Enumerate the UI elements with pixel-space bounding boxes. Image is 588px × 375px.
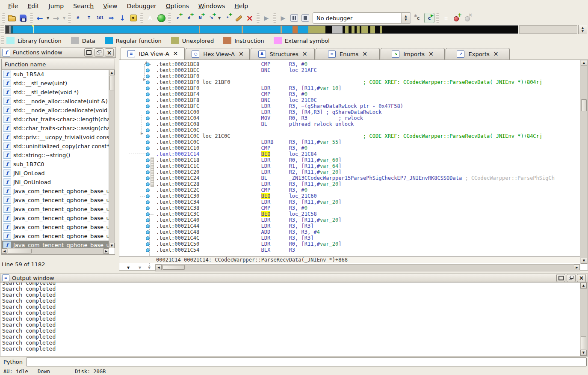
disassembly-vertical-scrollbar[interactable]: ▲ ▼ (580, 60, 588, 264)
menu-item-edit[interactable]: Edit (23, 1, 44, 11)
function-item[interactable]: fstd::string::~string() (2, 151, 109, 160)
output-vertical-scrollbar[interactable]: ▲ ▼ (580, 282, 588, 356)
create-star-icon[interactable]: * (222, 13, 233, 23)
asm-line[interactable]: .text:00021C38CMPR3, #0 (156, 205, 580, 211)
menu-item-search[interactable]: Search (68, 1, 98, 11)
scroll-right-icon[interactable]: ▶ (103, 248, 109, 254)
scroll-left-icon[interactable]: ◀ (156, 265, 162, 270)
asm-line[interactable]: .text:00021C48ADDR3, R3, #4 (156, 229, 580, 235)
functions-window-titlebar[interactable]: f Functions window (0, 47, 116, 58)
create-string-icon[interactable]: 's (206, 13, 216, 23)
toolbar-grip[interactable] (68, 13, 71, 23)
tab-exports[interactable]: ↗Exports✕ (446, 48, 510, 60)
tab-hex-view-a[interactable]: ○Hex View-A✕ (186, 48, 250, 60)
scroll-thumb[interactable] (163, 265, 185, 270)
debug-run-icon[interactable]: ▶ (278, 13, 288, 23)
asm-line[interactable]: .text:00021C10CMPR3, #0 (156, 145, 580, 151)
toolbar-grip[interactable] (436, 13, 439, 23)
float-icon[interactable] (95, 48, 103, 57)
asm-line[interactable]: .text:00021C4CLDRR3, [R3] (156, 235, 580, 241)
flag-a-icon[interactable]: A (145, 13, 155, 23)
toolbar-grip[interactable] (273, 13, 276, 23)
ida-view-a-pane[interactable]: ▼ ▶ ▶ ▼ ▼ ▲ .text:00021BE8CMPR3, #0.text… (119, 60, 588, 271)
navband-strip[interactable] (5, 25, 518, 34)
asm-line[interactable]: .text:00021C40LDRR3, [R11,#var_20] (156, 217, 580, 223)
add-breakpoint-icon[interactable] (452, 13, 462, 23)
save-file-icon[interactable] (18, 13, 28, 23)
toolbar-grip[interactable] (140, 13, 143, 23)
create-code-icon[interactable]: c (173, 13, 183, 23)
scroll-thumb[interactable] (109, 76, 114, 90)
scroll-thumb[interactable] (581, 336, 586, 349)
scroll-up-icon[interactable]: ▲ (580, 283, 587, 289)
edit-item-icon[interactable] (233, 13, 244, 23)
close-icon[interactable]: ✕ (428, 51, 434, 57)
asm-line[interactable]: .text:00021C00LDRR3, [R4,R3] ; gShareDat… (156, 109, 580, 115)
asm-line[interactable]: .text:00021C0C (156, 127, 580, 133)
asm-line[interactable]: .text:00021C54BLXR3 (156, 247, 580, 253)
navband-zoom-spinner[interactable]: ▲▼ (578, 25, 587, 34)
toolbar-grip[interactable] (257, 13, 260, 23)
menu-item-view[interactable]: View (98, 1, 122, 11)
function-item[interactable]: fstd::__node_alloc::allocate(uint &) (2, 97, 109, 106)
jump-forward-icon[interactable]: → (51, 13, 61, 23)
play-icon[interactable]: ▶ (261, 13, 272, 23)
toolbar-grip[interactable] (2, 13, 5, 23)
scroll-left-icon[interactable]: ◀ (2, 248, 7, 254)
menu-item-debugger[interactable]: Debugger (122, 1, 161, 11)
close-icon[interactable]: ✕ (362, 51, 367, 57)
remove-breakpoint-icon[interactable] (463, 13, 473, 23)
asm-line[interactable]: .text:00021C30BEQloc_21C60 (156, 193, 580, 199)
scroll-down-icon[interactable]: ▼ (580, 350, 587, 356)
highlight-lock-icon[interactable] (128, 13, 139, 23)
function-name-column-header[interactable]: Function name (2, 59, 115, 70)
ok-light-icon[interactable] (156, 13, 166, 23)
close-icon[interactable]: ✕ (493, 51, 499, 57)
scroll-up-icon[interactable]: ▲ (109, 70, 115, 75)
asm-line[interactable]: .text:00021BECBNEloc_21AFC (156, 67, 580, 73)
close-icon[interactable] (577, 274, 586, 282)
asm-line[interactable]: .text:00021C34LDRR3, [R11,#var_20] (156, 199, 580, 205)
menu-item-file[interactable]: File (3, 1, 23, 11)
output-log[interactable]: Search completedSearch completedSearch c… (0, 282, 581, 356)
asm-line[interactable]: .text:00021BF8BNEloc_21C0C (156, 97, 580, 103)
function-item[interactable]: fsub_1B7C0 (2, 160, 109, 169)
disassembly-listing[interactable]: .text:00021BE8CMPR3, #0.text:00021BECBNE… (156, 61, 580, 254)
continue-process-icon[interactable]: c (424, 13, 434, 23)
combo-spinner-icon[interactable]: ▲▼ (401, 13, 410, 23)
asm-line[interactable]: .text:00021C44LDRR3, [R3] (156, 223, 580, 229)
asm-line[interactable]: .text:00021C1CLDRR1, [R11,#var_64] (156, 163, 580, 169)
function-item[interactable]: fJava_com_tencent_qphone_base_util_Code (2, 205, 109, 214)
search-number-icon[interactable]: # (73, 13, 83, 23)
legend-grip[interactable] (1, 36, 4, 45)
search-binary-icon[interactable]: 101 (95, 13, 105, 23)
asm-line[interactable]: .text:00021C50LDRR0, [R11,#var_20] (156, 241, 580, 247)
function-item[interactable]: fJava_com_tencent_qphone_base_util_Code (2, 232, 109, 241)
asm-line[interactable]: .text:00021BF0LDRR3, [R11,#var_10] (156, 85, 580, 91)
functions-horizontal-scrollbar[interactable]: ◀ ▶ (2, 248, 109, 254)
asm-line[interactable]: .text:00021BE8CMPR3, #0 (156, 61, 580, 67)
menu-item-windows[interactable]: Windows (194, 1, 230, 11)
tab-imports[interactable]: ↘Imports✕ (381, 48, 445, 60)
search-text-icon[interactable]: T (84, 13, 94, 23)
function-item[interactable]: fJava_com_tencent_qphone_base_util_Code (2, 187, 109, 196)
function-item[interactable]: fJava_com_tencent_qphone_base_util_Code (2, 196, 109, 205)
function-item[interactable]: fstd::__node_alloc::deallocate(void *,ui… (2, 106, 109, 115)
close-icon[interactable]: ✕ (302, 51, 307, 57)
close-icon[interactable] (105, 48, 114, 57)
close-icon[interactable]: ✕ (239, 51, 244, 57)
asm-line[interactable]: .text:00021BF0 loc_21BF0; CODE XREF: CCo… (156, 79, 580, 85)
function-item[interactable]: fJNI_OnLoad (2, 169, 109, 178)
debug-windows-icon[interactable]: ≡ (441, 13, 451, 23)
debug-pause-icon[interactable] (289, 13, 299, 23)
create-name-icon[interactable]: N (195, 13, 205, 23)
function-item[interactable]: fJava_com_tencent_qphone_base_util_Code (2, 214, 109, 223)
toolbar-grip[interactable] (30, 13, 33, 23)
tab-ida-view-a[interactable]: ≡IDA View-A✕ (121, 47, 185, 60)
asm-line[interactable]: .text:00021C14BEQloc_21C84 (156, 151, 580, 157)
scroll-up-icon[interactable]: ▲ (581, 60, 587, 66)
attach-process-icon[interactable]: c (413, 13, 423, 23)
caret-dim-icon[interactable]: ▼ (62, 13, 66, 23)
function-item[interactable]: fstd::priv::__ucopy_trivial(void const*,… (2, 133, 109, 142)
function-item[interactable]: fsub_1B5A4 (2, 70, 109, 79)
